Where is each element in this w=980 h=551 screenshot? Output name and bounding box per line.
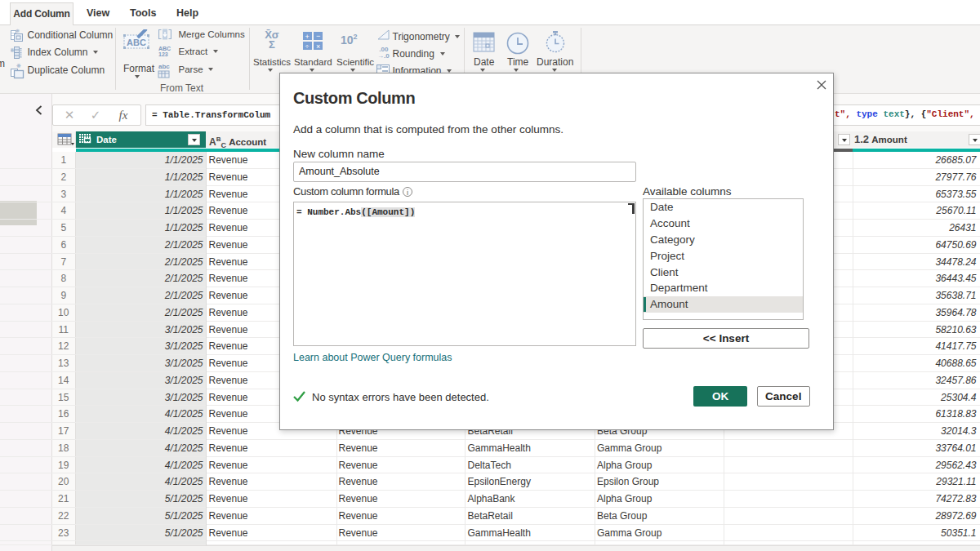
svg-text:❋: ❋ xyxy=(16,29,20,33)
svg-text:ABC: ABC xyxy=(127,38,146,47)
svg-text:×: × xyxy=(316,42,320,51)
svg-text:÷: ÷ xyxy=(305,42,310,51)
svg-text:❋: ❋ xyxy=(16,63,21,69)
svg-text:−: − xyxy=(316,32,320,40)
svg-text:+: + xyxy=(305,33,310,41)
